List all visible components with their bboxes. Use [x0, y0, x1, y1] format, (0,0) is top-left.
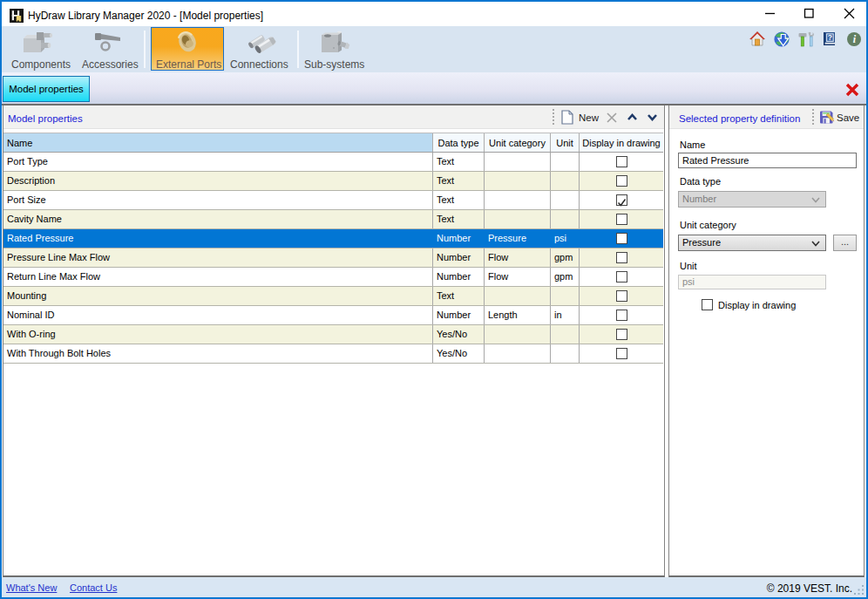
- svg-text:?: ?: [828, 33, 832, 42]
